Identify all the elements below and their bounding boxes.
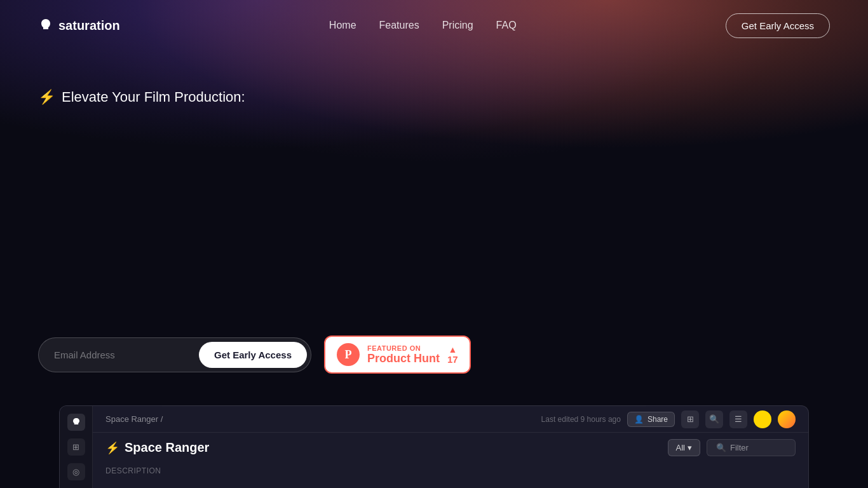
brand-logo[interactable]: saturation xyxy=(38,18,120,33)
search-button[interactable]: 🔍 xyxy=(705,410,723,428)
title-actions: All ▾ 🔍 Filter xyxy=(668,439,796,456)
brand-name: saturation xyxy=(58,18,120,33)
email-form: Get Early Access xyxy=(38,337,311,372)
filter-icon-button[interactable]: ☰ xyxy=(729,410,747,428)
app-title: ⚡ Space Ranger xyxy=(105,440,209,455)
product-hunt-logo: P xyxy=(337,343,360,366)
chevron-down-icon: ▾ xyxy=(688,443,692,452)
last-edited-text: Last edited 9 hours ago xyxy=(541,415,621,424)
header-actions: Last edited 9 hours ago 👤 Share ⊞ 🔍 ☰ xyxy=(541,410,796,428)
nav-cta-button[interactable]: Get Early Access xyxy=(726,13,830,38)
product-hunt-count: ▲ 17 xyxy=(447,345,458,365)
breadcrumb: Space Ranger / xyxy=(105,414,163,424)
cta-section: Get Early Access P FEATURED ON Product H… xyxy=(38,336,830,374)
nav-faq[interactable]: FAQ xyxy=(496,20,517,31)
product-hunt-name: Product Hunt xyxy=(367,352,440,365)
nav-features[interactable]: Features xyxy=(379,20,419,31)
filter-label: Filter xyxy=(730,443,749,452)
nav-home[interactable]: Home xyxy=(329,20,356,31)
tagline-text: Elevate Your Film Production: xyxy=(62,89,245,105)
featured-label: FEATURED ON xyxy=(367,344,440,352)
sidebar-icon-grid[interactable]: ⊞ xyxy=(67,438,85,456)
app-title-bar: ⚡ Space Ranger All ▾ 🔍 Filter xyxy=(93,433,808,463)
app-sidebar: ⊞ ◎ xyxy=(60,406,93,488)
description-column-header: DESCRIPTION xyxy=(105,466,161,475)
hero-section: ⚡ Elevate Your Film Production: xyxy=(0,51,868,105)
title-bolt-icon: ⚡ xyxy=(105,441,119,455)
email-input[interactable] xyxy=(54,349,199,360)
bolt-icon: ⚡ xyxy=(38,89,55,105)
navbar: saturation Home Features Pricing FAQ Get… xyxy=(0,0,868,51)
product-hunt-badge[interactable]: P FEATURED ON Product Hunt ▲ 17 xyxy=(324,336,471,374)
app-header: Space Ranger / Last edited 9 hours ago 👤… xyxy=(93,406,808,433)
upvote-count: 17 xyxy=(447,354,458,365)
filter-button[interactable]: 🔍 Filter xyxy=(707,439,796,456)
search-small-icon: 🔍 xyxy=(716,443,726,452)
app-main: Space Ranger / Last edited 9 hours ago 👤… xyxy=(93,406,808,488)
app-preview: ⊞ ◎ Space Ranger / Last edited 9 hours a… xyxy=(59,405,809,488)
share-icon: 👤 xyxy=(634,415,644,424)
description-row: DESCRIPTION xyxy=(93,463,808,479)
sidebar-icon-eye[interactable]: ◎ xyxy=(67,463,85,480)
product-hunt-text: FEATURED ON Product Hunt xyxy=(367,344,440,365)
get-early-access-button[interactable]: Get Early Access xyxy=(199,342,307,368)
nav-pricing[interactable]: Pricing xyxy=(442,20,473,31)
user-avatar[interactable] xyxy=(778,410,796,428)
all-label: All xyxy=(676,443,685,452)
hero-tagline: ⚡ Elevate Your Film Production: xyxy=(38,89,830,105)
notification-dot xyxy=(754,410,771,428)
title-text: Space Ranger xyxy=(125,440,209,455)
all-filter-button[interactable]: All ▾ xyxy=(668,439,700,456)
share-label: Share xyxy=(648,415,668,424)
upvote-arrow: ▲ xyxy=(448,345,457,354)
sidebar-brand-icon xyxy=(67,414,85,431)
sidebar-logo-icon xyxy=(71,417,81,428)
grid-view-button[interactable]: ⊞ xyxy=(681,410,699,428)
logo-icon xyxy=(38,18,53,33)
nav-links: Home Features Pricing FAQ xyxy=(329,20,517,31)
share-button[interactable]: 👤 Share xyxy=(627,412,675,427)
